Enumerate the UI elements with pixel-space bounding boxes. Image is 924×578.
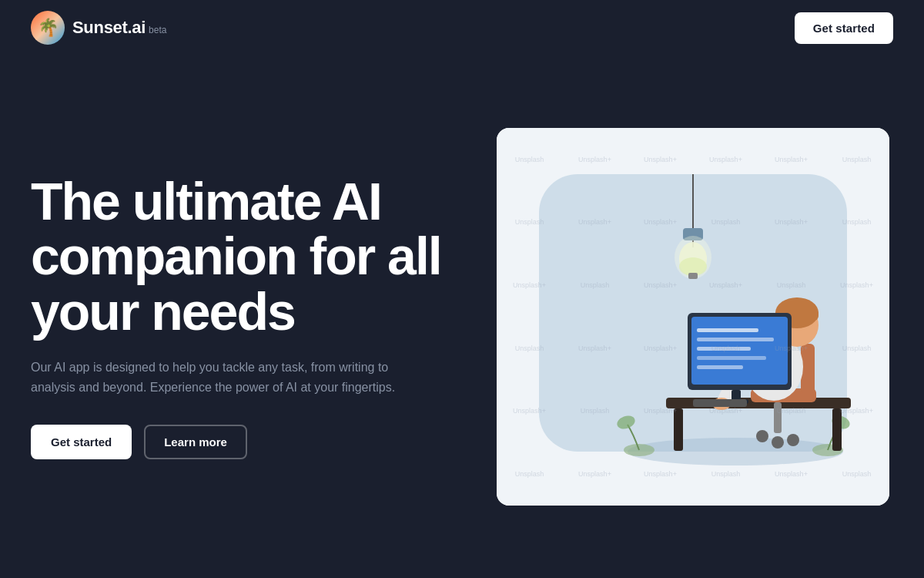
- svg-rect-14: [674, 408, 683, 451]
- svg-point-19: [756, 430, 768, 442]
- logo-icon: 🌴: [31, 11, 65, 45]
- main-content: The ultimate AI companion for all your n…: [0, 55, 924, 578]
- desk-illustration: [497, 128, 889, 506]
- svg-rect-36: [693, 399, 747, 407]
- nav-get-started-button[interactable]: Get started: [795, 12, 893, 44]
- svg-rect-31: [697, 347, 751, 351]
- svg-rect-30: [697, 338, 774, 341]
- beta-badge: beta: [149, 25, 166, 35]
- logo-emoji: 🌴: [38, 18, 59, 38]
- svg-point-20: [787, 434, 799, 446]
- svg-rect-33: [697, 365, 743, 369]
- illustration-container: Unsplash Unsplash+ Unsplash+ Unsplash+ U…: [497, 128, 889, 506]
- brand: 🌴 Sunset.aibeta: [31, 11, 166, 45]
- hero-title: The ultimate AI companion for all your n…: [31, 174, 447, 339]
- illustration-section: Unsplash Unsplash+ Unsplash+ Unsplash+ U…: [493, 55, 893, 578]
- svg-point-7: [675, 236, 711, 279]
- learn-more-button[interactable]: Learn more: [144, 425, 247, 459]
- svg-rect-15: [832, 408, 842, 451]
- svg-rect-29: [697, 328, 758, 332]
- svg-rect-34: [732, 390, 741, 401]
- brand-name: Sunset.ai: [72, 18, 146, 37]
- svg-point-2: [628, 438, 843, 465]
- hero-description: Our AI app is designed to help you tackl…: [31, 358, 431, 397]
- svg-rect-32: [697, 356, 766, 360]
- hero-section: The ultimate AI companion for all your n…: [31, 174, 462, 459]
- cta-buttons: Get started Learn more: [31, 425, 447, 459]
- get-started-button[interactable]: Get started: [31, 425, 132, 459]
- navbar: 🌴 Sunset.aibeta Get started: [0, 0, 924, 55]
- svg-rect-18: [774, 402, 782, 433]
- svg-point-21: [772, 436, 784, 449]
- svg-rect-8: [688, 273, 698, 279]
